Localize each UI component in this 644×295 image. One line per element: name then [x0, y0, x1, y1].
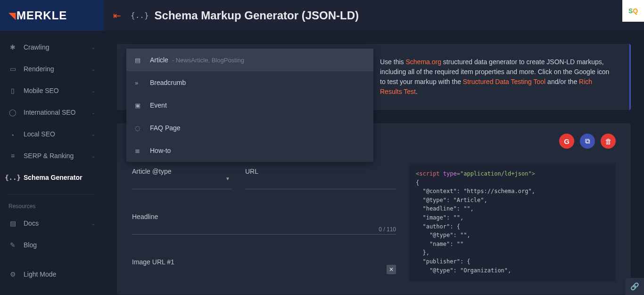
chevron-down-icon: ⌄	[91, 221, 95, 226]
page-title: Schema Markup Generator (JSON-LD)	[155, 9, 359, 22]
logo-accent-icon: ◥	[8, 10, 16, 21]
globe-icon: ◯	[8, 108, 17, 117]
option-label: Event	[150, 101, 167, 109]
field-label: Image URL #1	[132, 258, 396, 269]
text-input[interactable]	[245, 178, 396, 189]
sidebar-item-schema-generator[interactable]: {..} Schema Generator	[0, 167, 104, 188]
option-label: FAQ Page	[150, 124, 181, 132]
sidebar-item-docs[interactable]: ▤ Docs ⌄	[0, 212, 104, 234]
bug-icon: ✱	[8, 43, 17, 51]
nav-label: International SEO	[24, 109, 76, 116]
field-label: URL	[245, 168, 396, 178]
dropdown-option-article[interactable]: ▤ Article - NewsArticle, BlogPosting	[126, 49, 373, 71]
copy-button[interactable]: ⧉	[580, 134, 595, 149]
chevron-down-icon: ⌄	[91, 110, 95, 115]
link-badge[interactable]: 🔗	[625, 278, 644, 295]
docs-icon: ▤	[8, 219, 17, 228]
mobile-icon: ▯	[8, 86, 17, 95]
headline-field[interactable]: Headline 0 / 110	[132, 213, 396, 235]
google-test-button[interactable]: G	[559, 134, 574, 149]
intro-panel: Which Schema.org markup would you like t…	[117, 44, 631, 110]
sidebar-item-international-seo[interactable]: ◯ International SEO ⌄	[0, 101, 104, 123]
nav-label: Crawling	[24, 43, 49, 51]
dropdown-option-faq[interactable]: ◌ FAQ Page	[126, 117, 373, 139]
main-content: Which Schema.org markup would you like t…	[104, 31, 644, 295]
article-icon: ▤	[135, 57, 143, 64]
pin-icon: ⬩	[8, 130, 17, 138]
chevron-down-icon: ▼	[225, 176, 230, 181]
question-icon: ◌	[135, 125, 143, 132]
header: ⇤ {..} Schema Markup Generator (JSON-LD)	[104, 0, 644, 31]
resources-header: Resources	[0, 200, 104, 212]
nav-label: Schema Generator	[24, 174, 83, 181]
list-icon: ≣	[135, 147, 143, 154]
sidebar-item-local-seo[interactable]: ⬩ Local SEO ⌄	[0, 123, 104, 145]
sidebar-item-blog[interactable]: ✎ Blog	[0, 234, 104, 256]
field-label: Article @type	[132, 168, 232, 178]
sidebar-item-light-mode[interactable]: ⚙ Light Mode	[0, 263, 104, 285]
calendar-icon: ▣	[135, 102, 143, 109]
url-field[interactable]: URL	[245, 168, 396, 189]
gear-icon: ⚙	[8, 270, 17, 278]
schema-type-dropdown: ▤ Article - NewsArticle, BlogPosting » B…	[126, 49, 373, 162]
article-type-field[interactable]: Article @type ▼	[132, 168, 232, 189]
list-icon: ≡	[8, 152, 17, 160]
delete-button[interactable]: 🗑	[601, 134, 616, 149]
sq-badge[interactable]: SQ	[622, 0, 644, 22]
nav-label: Mobile SEO	[24, 87, 59, 94]
dropdown-option-howto[interactable]: ≣ How-to	[126, 139, 373, 162]
chevron-down-icon: ⌄	[91, 132, 95, 137]
intro-description: Use this Schema.org structured data gene…	[372, 57, 614, 97]
nav-label: SERP & Ranking	[24, 152, 74, 160]
chevron-down-icon: ⌄	[91, 88, 95, 93]
option-label: Breadcrumb	[150, 79, 186, 86]
remove-field-button[interactable]: ✕	[387, 265, 396, 274]
logo[interactable]: ◥ MERKLE	[0, 0, 104, 31]
braces-icon: {..}	[8, 173, 17, 182]
dropdown-option-breadcrumb[interactable]: » Breadcrumb	[126, 71, 373, 94]
dropdown-option-event[interactable]: ▣ Event	[126, 94, 373, 117]
braces-icon: {..}	[131, 11, 149, 20]
char-counter: 0 / 110	[379, 226, 396, 233]
sidebar-item-crawling[interactable]: ✱ Crawling ⌄	[0, 36, 104, 58]
collapse-sidebar-button[interactable]: ⇤	[113, 10, 121, 21]
chevron-down-icon: ⌄	[91, 153, 95, 159]
chevron-down-icon: ⌄	[91, 45, 95, 50]
text-input[interactable]	[132, 223, 396, 235]
sidebar-item-rendering[interactable]: ▭ Rendering ⌄	[0, 58, 104, 80]
nav-label: Docs	[24, 219, 39, 227]
output-actions: G ⧉ 🗑	[559, 134, 616, 149]
option-sublabel: - NewsArticle, BlogPosting	[172, 57, 244, 64]
select-input[interactable]	[132, 178, 232, 189]
nav-label: Rendering	[24, 65, 54, 73]
nav-divider	[8, 194, 95, 194]
sidebar-item-serp-ranking[interactable]: ≡ SERP & Ranking ⌄	[0, 145, 104, 167]
option-label: How-to	[150, 147, 171, 154]
logo-text: MERKLE	[17, 9, 67, 22]
nav-label: Local SEO	[24, 130, 55, 138]
sidebar: ◥ MERKLE ✱ Crawling ⌄ ▭ Rendering ⌄ ▯ Mo…	[0, 0, 104, 295]
schema-org-link[interactable]: Schema.org	[405, 58, 441, 66]
breadcrumb-icon: »	[135, 79, 143, 86]
jsonld-code-output[interactable]: <script type="application/ld+json"> { "@…	[409, 163, 616, 281]
pencil-icon: ✎	[8, 241, 17, 249]
field-label: Headline	[132, 213, 396, 223]
nav: ✱ Crawling ⌄ ▭ Rendering ⌄ ▯ Mobile SEO …	[0, 31, 104, 285]
image-url-field[interactable]: Image URL #1 ✕	[132, 258, 396, 269]
nav-label: Light Mode	[24, 270, 56, 278]
sdtt-link[interactable]: Structured Data Testing Tool	[463, 78, 545, 85]
chevron-down-icon: ⌄	[91, 67, 95, 72]
nav-label: Blog	[24, 241, 37, 249]
option-label: Article	[150, 56, 168, 64]
code-output-area: G ⧉ 🗑 <script type="application/ld+json"…	[396, 136, 616, 281]
monitor-icon: ▭	[8, 65, 17, 73]
sidebar-item-mobile-seo[interactable]: ▯ Mobile SEO ⌄	[0, 80, 104, 101]
